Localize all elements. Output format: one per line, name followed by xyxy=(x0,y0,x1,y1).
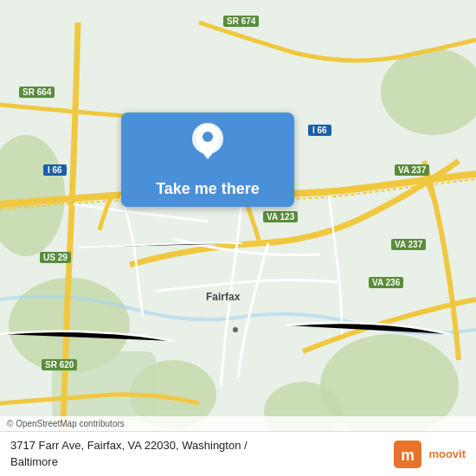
map-attribution: © OpenStreetMap contributors xyxy=(0,416,476,431)
location-pin-icon xyxy=(192,123,223,164)
road-label-va237-bot: VA 237 xyxy=(391,239,426,250)
road-label-va237-top: VA 237 xyxy=(395,164,429,176)
road-label-va123: VA 123 xyxy=(263,211,298,222)
address-text: 3717 Farr Ave, Fairfax, VA 22030, Washin… xyxy=(10,438,394,469)
road-label-sr664: SR 664 xyxy=(19,87,55,98)
road-label-sr674: SR 674 xyxy=(223,16,259,27)
svg-point-7 xyxy=(233,327,238,332)
road-label-i66-top: I 66 xyxy=(308,125,331,136)
svg-point-9 xyxy=(203,132,213,142)
svg-point-2 xyxy=(381,48,476,135)
map-container: SR 674 SR 664 I 66 I 66 VA 123 VA 237 VA… xyxy=(0,0,476,476)
svg-point-1 xyxy=(0,135,65,256)
moovit-logo: m moovit xyxy=(394,441,466,468)
moovit-logo-icon: m xyxy=(394,441,421,468)
moovit-text-label: moovit xyxy=(428,447,466,460)
road-label-i66-left: I 66 xyxy=(43,164,67,176)
button-overlay: Take me there xyxy=(121,113,294,207)
road-label-va236: VA 236 xyxy=(369,277,403,288)
road-label-sr620: SR 620 xyxy=(42,359,77,370)
map-svg xyxy=(0,0,476,476)
road-label-us29: US 29 xyxy=(40,252,71,263)
bottom-bar: 3717 Farr Ave, Fairfax, VA 22030, Washin… xyxy=(0,431,476,476)
take-me-there-button[interactable]: Take me there xyxy=(121,171,294,207)
svg-text:m: m xyxy=(402,447,415,464)
